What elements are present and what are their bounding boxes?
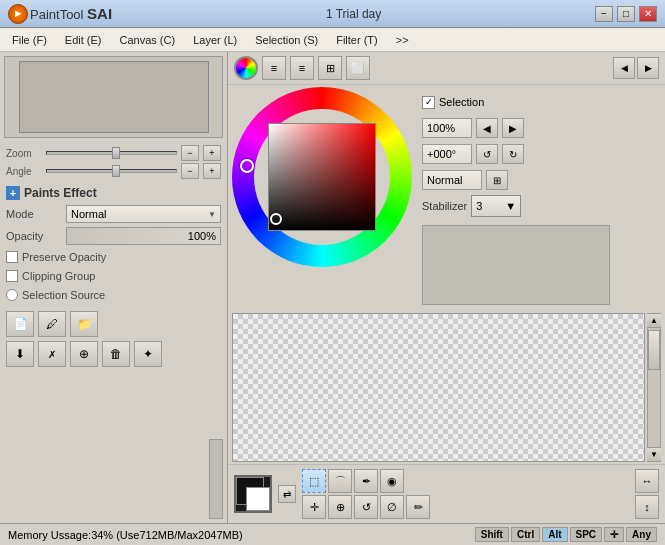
preserve-opacity-checkbox[interactable] xyxy=(6,251,18,263)
selection-source-radio[interactable] xyxy=(6,289,18,301)
layer-canvas-panel[interactable] xyxy=(232,313,645,462)
color-selector[interactable] xyxy=(270,213,282,225)
selection-row: ✓ Selection xyxy=(422,91,610,113)
mode-value: Normal xyxy=(71,208,106,220)
swap-colors-button[interactable]: ⇄ xyxy=(278,485,296,503)
title-bar-left: ▶ PaintTool SAI xyxy=(8,4,112,24)
layer-icons-row1: 📄 🖊 📁 xyxy=(6,311,221,337)
zoom-increase-button[interactable]: + xyxy=(203,145,221,161)
nav-back-button[interactable]: ◀ xyxy=(613,57,635,79)
layer-icons-section: 📄 🖊 📁 ⬇ ✗ ⊕ 🗑 ✦ xyxy=(0,307,227,371)
angle-decrease-btn[interactable]: ↺ xyxy=(476,144,498,164)
layer-down-button[interactable]: ⬇ xyxy=(6,341,34,367)
mode-arrow-icon: ▼ xyxy=(208,210,216,219)
normal-value: Normal xyxy=(422,170,482,190)
rotate-tool-button[interactable]: ↺ xyxy=(354,495,378,519)
angle-value-row: +000° ↺ ↻ xyxy=(422,143,610,165)
color-wheel-container[interactable] xyxy=(232,87,412,267)
fill-tool-button[interactable]: ◉ xyxy=(380,469,404,493)
nav-forward-button[interactable]: ▶ xyxy=(637,57,659,79)
pen-tool-button[interactable]: ✒ xyxy=(354,469,378,493)
shift-badge[interactable]: Shift xyxy=(475,527,509,542)
menu-selection[interactable]: Selection (S) xyxy=(247,32,326,48)
zoom-label: Zoom xyxy=(6,148,42,159)
scroll-up-button[interactable]: ▲ xyxy=(647,314,661,328)
zoom-tool-button[interactable]: ⊕ xyxy=(328,495,352,519)
move-tool-button[interactable]: ✛ xyxy=(302,495,326,519)
lasso-tool-button[interactable]: ⌒ xyxy=(328,469,352,493)
right-tool-btns: ↔ ↕ xyxy=(635,469,659,519)
scroll-thumb[interactable] xyxy=(648,330,660,370)
any-badge[interactable]: Any xyxy=(626,527,657,542)
color-preview[interactable] xyxy=(234,475,272,513)
angle-increase-btn[interactable]: ↻ xyxy=(502,144,524,164)
normal-settings-button[interactable]: ⊞ xyxy=(486,170,508,190)
selection-checkbox[interactable]: ✓ xyxy=(422,96,435,109)
opacity-label: Opacity xyxy=(6,230,66,242)
menu-edit[interactable]: Edit (E) xyxy=(57,32,110,48)
new-layer-folder-button[interactable]: 🖊 xyxy=(38,311,66,337)
percent-decrease-button[interactable]: ◀ xyxy=(476,118,498,138)
right-properties: ✓ Selection 100% ◀ ▶ +000° ↺ ↻ Norma xyxy=(416,87,616,309)
opacity-slider[interactable]: 100% xyxy=(66,227,221,245)
app-name: PaintTool SAI xyxy=(30,5,112,22)
eraser-tool-button[interactable]: ✏ xyxy=(406,495,430,519)
extra-button[interactable]: ⬜ xyxy=(346,56,370,80)
color-square[interactable] xyxy=(268,123,376,231)
flip-h-button[interactable]: ↔ xyxy=(635,469,659,493)
angle-value: +000° xyxy=(422,144,472,164)
angle-slider[interactable] xyxy=(46,169,177,173)
mode-select[interactable]: Normal ▼ xyxy=(66,205,221,223)
layer-delete-button[interactable]: 🗑 xyxy=(102,341,130,367)
clipping-group-label: Clipping Group xyxy=(22,270,95,282)
zoom-row: Zoom − + xyxy=(6,144,221,162)
ctrl-badge[interactable]: Ctrl xyxy=(511,527,540,542)
layer-effect-button[interactable]: ✦ xyxy=(134,341,162,367)
zoom-angle-section: Zoom − + Angle − + xyxy=(0,142,227,182)
hue-selector[interactable] xyxy=(240,159,254,173)
color-wheel-button[interactable] xyxy=(234,56,258,80)
zoom-decrease-button[interactable]: − xyxy=(181,145,199,161)
paints-effect-header: + Paints Effect xyxy=(6,186,221,200)
nav-buttons: ◀ ▶ xyxy=(613,57,659,79)
brush-settings-button[interactable]: ≡ xyxy=(262,56,286,80)
angle-decrease-button[interactable]: − xyxy=(181,163,199,179)
background-color[interactable] xyxy=(246,487,270,511)
scroll-down-button[interactable]: ▼ xyxy=(647,447,661,461)
canvas-scrollbar[interactable]: ▲ ▼ xyxy=(647,313,661,462)
percent-row: 100% ◀ ▶ xyxy=(422,117,610,139)
menu-file[interactable]: File (F) xyxy=(4,32,55,48)
maximize-button[interactable]: □ xyxy=(617,6,635,22)
layer-icons-row2: ⬇ ✗ ⊕ 🗑 ✦ xyxy=(6,341,221,367)
layer-clear-button[interactable]: ✗ xyxy=(38,341,66,367)
sample-tool-button[interactable]: ∅ xyxy=(380,495,404,519)
clipping-group-checkbox[interactable] xyxy=(6,270,18,282)
stabilizer-label: Stabilizer xyxy=(422,200,467,212)
plus-badge[interactable]: ✛ xyxy=(604,527,624,542)
menu-layer[interactable]: Layer (L) xyxy=(185,32,245,48)
window-title: 1 Trial day xyxy=(326,7,381,21)
opacity-value: 100% xyxy=(188,230,216,242)
minimize-button[interactable]: − xyxy=(595,6,613,22)
percent-increase-button[interactable]: ▶ xyxy=(502,118,524,138)
paints-effect-expand-icon[interactable]: + xyxy=(6,186,20,200)
menu-canvas[interactable]: Canvas (C) xyxy=(112,32,184,48)
layer-settings-button[interactable]: ≡ xyxy=(290,56,314,80)
stabilizer-select[interactable]: 3 ▼ xyxy=(471,195,521,217)
spc-badge[interactable]: SPC xyxy=(570,527,603,542)
close-button[interactable]: ✕ xyxy=(639,6,657,22)
selection-source-label: Selection Source xyxy=(22,289,105,301)
menu-more[interactable]: >> xyxy=(388,32,417,48)
angle-increase-button[interactable]: + xyxy=(203,163,221,179)
zoom-slider[interactable] xyxy=(46,151,177,155)
layer-merge-button[interactable]: ⊕ xyxy=(70,341,98,367)
left-scrollbar[interactable] xyxy=(209,439,223,519)
menu-filter[interactable]: Filter (T) xyxy=(328,32,386,48)
selection-tool-button[interactable]: ⬚ xyxy=(302,469,326,493)
flip-v-button[interactable]: ↕ xyxy=(635,495,659,519)
new-layer-button[interactable]: 📄 xyxy=(6,311,34,337)
palette-button[interactable]: ⊞ xyxy=(318,56,342,80)
alt-badge[interactable]: Alt xyxy=(542,527,567,542)
layer-import-button[interactable]: 📁 xyxy=(70,311,98,337)
app-logo: ▶ PaintTool SAI xyxy=(8,4,112,24)
